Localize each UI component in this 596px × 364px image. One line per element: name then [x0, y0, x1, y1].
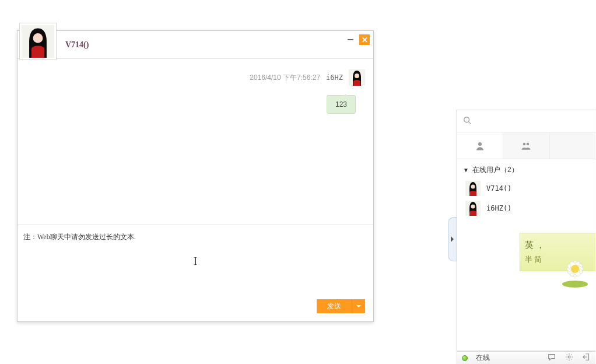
- user-avatar: [465, 201, 481, 216]
- search-row: [457, 110, 595, 132]
- status-indicator-icon[interactable]: [462, 355, 468, 361]
- message-row: 2016/4/10 下午7:56:27 i6HZ 123: [26, 69, 365, 114]
- status-bar: 在线: [457, 351, 595, 364]
- user-item[interactable]: i6HZ(): [457, 198, 595, 218]
- user-item[interactable]: V714(): [457, 178, 595, 198]
- svg-point-8: [527, 142, 530, 145]
- chat-window: V714() ✕ 2016/4/10 下午7:56:27 i6HZ 123: [17, 30, 374, 322]
- search-input[interactable]: [476, 117, 590, 126]
- message-sender: i6HZ: [326, 74, 343, 82]
- text-caret-icon: I: [194, 256, 197, 268]
- svg-point-6: [478, 142, 482, 146]
- tab-row: [457, 132, 595, 159]
- svg-point-13: [562, 281, 588, 288]
- ime-line2: 半 简: [525, 254, 548, 265]
- message-bubble: 123: [327, 95, 356, 114]
- ime-text: 英 ， 半 简: [520, 240, 548, 265]
- window-controls: ✕: [346, 34, 370, 45]
- chat-log: 2016/4/10 下午7:56:27 i6HZ 123: [17, 59, 373, 225]
- user-avatar: [465, 181, 481, 196]
- input-hint: 注：Web聊天中请勿发送过长的文本.: [23, 232, 136, 242]
- chat-avatar[interactable]: [19, 23, 57, 60]
- svg-point-1: [33, 33, 43, 43]
- tab-contacts[interactable]: [457, 132, 503, 159]
- status-label: 在线: [476, 353, 490, 363]
- svg-point-3: [355, 74, 359, 78]
- svg-point-21: [568, 356, 570, 358]
- message-timestamp: 2016/4/10 下午7:56:27: [250, 73, 320, 83]
- svg-point-10: [471, 185, 475, 189]
- minimize-button[interactable]: [346, 36, 355, 44]
- user-name: i6HZ(): [486, 204, 511, 212]
- drawer-toggle[interactable]: [448, 217, 457, 261]
- svg-point-4: [464, 117, 469, 123]
- collapse-icon: ▼: [463, 167, 469, 173]
- search-icon: [463, 116, 471, 126]
- group-header-label: 在线用户（2）: [472, 165, 518, 175]
- chat-header: V714() ✕: [17, 31, 373, 59]
- status-icons: [548, 353, 591, 363]
- message-avatar: [349, 69, 365, 86]
- group-header-online[interactable]: ▼ 在线用户（2）: [457, 159, 595, 178]
- close-button[interactable]: ✕: [359, 34, 370, 45]
- send-button[interactable]: 发送: [317, 299, 352, 313]
- ime-card[interactable]: 英 ， 半 简: [520, 233, 595, 271]
- svg-point-7: [523, 142, 526, 145]
- chat-contact-title: V714(): [65, 40, 89, 50]
- chat-bubble-icon[interactable]: [548, 353, 556, 363]
- chat-input-area[interactable]: 注：Web聊天中请勿发送过长的文本. I 发送: [17, 225, 373, 321]
- ime-line1: 英 ，: [525, 240, 548, 251]
- settings-gear-icon[interactable]: [565, 353, 573, 363]
- logout-icon[interactable]: [583, 353, 591, 363]
- send-button-group: 发送: [317, 299, 365, 313]
- user-name: V714(): [486, 184, 511, 192]
- svg-point-20: [571, 265, 579, 273]
- contact-panel: ▼ 在线用户（2） V714() i6HZ() 英 ， 半 简: [457, 110, 595, 351]
- svg-point-12: [471, 205, 475, 209]
- send-options-button[interactable]: [352, 299, 365, 313]
- tab-other[interactable]: [550, 132, 595, 159]
- svg-line-5: [469, 122, 471, 124]
- tab-groups[interactable]: [503, 132, 549, 159]
- message-meta: 2016/4/10 下午7:56:27 i6HZ: [250, 69, 365, 86]
